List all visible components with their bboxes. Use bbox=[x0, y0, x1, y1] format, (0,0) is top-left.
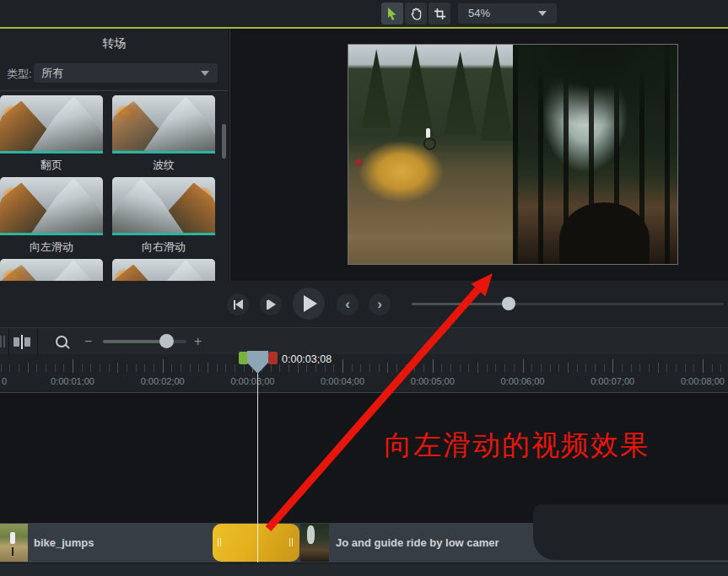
ruler-tick bbox=[504, 364, 505, 372]
seek-slider-handle[interactable] bbox=[502, 297, 515, 310]
ruler-label: 0:00:03;00 bbox=[230, 376, 274, 386]
transitions-panel: 转场 类型: 所有 翻页 波纹 向左滑动 bbox=[0, 29, 229, 281]
transition-label: 波纹 bbox=[112, 153, 215, 173]
ruler-label: 0:00:07;00 bbox=[590, 376, 634, 386]
annotation-text: 向左滑动的视频效果 bbox=[384, 427, 650, 465]
ruler-tick bbox=[423, 364, 424, 372]
ruler-tick bbox=[117, 363, 118, 373]
ruler-tick bbox=[144, 364, 145, 372]
ruler-tick bbox=[568, 363, 569, 373]
video-preview-frame bbox=[348, 44, 678, 265]
ruler-tick bbox=[279, 364, 280, 372]
ruler-tick bbox=[19, 364, 19, 372]
ruler-tick bbox=[190, 364, 191, 372]
ruler-tick bbox=[9, 364, 10, 372]
trim-handle-left-icon[interactable] bbox=[218, 538, 223, 546]
ruler-tick bbox=[163, 359, 164, 373]
type-filter-label: 类型: bbox=[7, 67, 32, 82]
transition-card-slide-left[interactable]: 向左滑动 bbox=[0, 177, 103, 255]
transition-label: 向右滑动 bbox=[112, 235, 215, 255]
clip-name-jo-ride: Jo and guide ride by low camer bbox=[336, 523, 499, 563]
seek-slider[interactable] bbox=[412, 303, 724, 305]
transition-label: 向左滑动 bbox=[0, 235, 103, 255]
previous-clip-button[interactable]: ‹ bbox=[337, 293, 359, 315]
ruler-tick bbox=[649, 364, 650, 372]
chevron-left-icon: ‹ bbox=[345, 297, 350, 311]
timeline-zoom-slider[interactable] bbox=[103, 340, 186, 343]
ruler-tick bbox=[154, 364, 154, 372]
transition-thumbnail bbox=[0, 177, 103, 233]
panel-title: 转场 bbox=[0, 36, 229, 51]
ruler-tick bbox=[369, 364, 370, 372]
hand-icon bbox=[410, 8, 423, 20]
ruler-tick bbox=[703, 359, 704, 373]
ruler-tick bbox=[406, 364, 407, 372]
cursor-icon bbox=[386, 7, 399, 20]
pan-tool-button[interactable] bbox=[405, 3, 427, 24]
ruler-tick bbox=[658, 363, 659, 373]
ruler-tick bbox=[622, 364, 623, 372]
ruler-tick bbox=[514, 364, 515, 372]
ruler-label: 0:00:05;00 bbox=[411, 376, 455, 386]
ruler-tick bbox=[289, 364, 289, 372]
transition-thumbnail bbox=[0, 95, 103, 151]
ruler-tick bbox=[639, 364, 640, 372]
play-icon bbox=[304, 295, 317, 312]
ruler-tick bbox=[460, 364, 461, 372]
ruler-tick bbox=[109, 364, 110, 372]
crop-tool-button[interactable] bbox=[429, 3, 450, 24]
transition-clip-slide-left[interactable] bbox=[213, 524, 299, 562]
ruler-tick bbox=[325, 364, 326, 372]
transition-card-partial[interactable] bbox=[0, 259, 103, 281]
panel-scrollbar[interactable] bbox=[222, 124, 226, 159]
transition-thumbnail bbox=[112, 177, 215, 233]
transition-card-ripple[interactable]: 波纹 bbox=[112, 95, 215, 173]
selection-out-handle[interactable] bbox=[268, 352, 278, 364]
seek-slider-fill bbox=[412, 303, 509, 305]
transition-card-page-turn[interactable]: 翻页 bbox=[0, 95, 103, 173]
step-back-button[interactable] bbox=[227, 293, 249, 315]
magnifier-icon[interactable] bbox=[56, 336, 67, 347]
playhead-handle[interactable] bbox=[247, 351, 268, 374]
zoom-level-select[interactable]: 54% bbox=[458, 3, 557, 24]
timeline-zoom-handle[interactable] bbox=[159, 334, 174, 348]
ruler-tick bbox=[396, 364, 397, 372]
transition-card-partial[interactable] bbox=[112, 259, 215, 281]
timeline-toolbar: − + bbox=[0, 327, 728, 354]
preview-clip-left bbox=[348, 45, 513, 264]
zoom-in-button[interactable]: + bbox=[194, 334, 202, 349]
ruler-tick bbox=[685, 364, 686, 372]
ruler-tick bbox=[666, 364, 667, 372]
timeline-body: 向左滑动的视频效果 bike_jumps Jo and guide ride b… bbox=[0, 393, 728, 576]
media-track[interactable]: bike_jumps Jo and guide ride by low came… bbox=[0, 523, 728, 563]
timeline-zoom-fill bbox=[103, 340, 166, 343]
ruler-tick bbox=[171, 364, 172, 372]
type-filter-select[interactable]: 所有 bbox=[34, 63, 218, 83]
chevron-down-icon bbox=[201, 71, 209, 76]
ruler-tick bbox=[217, 364, 218, 372]
ruler-label: 0:00:01;00 bbox=[51, 376, 94, 386]
ruler-tick bbox=[531, 364, 532, 372]
ruler-tick bbox=[90, 364, 91, 372]
transition-card-slide-right[interactable]: 向右滑动 bbox=[112, 177, 215, 255]
next-clip-button[interactable]: › bbox=[369, 293, 391, 315]
ruler-tick bbox=[414, 364, 415, 372]
step-forward-button[interactable] bbox=[260, 293, 282, 315]
zoom-out-button[interactable]: − bbox=[84, 334, 92, 349]
trim-handle-right-icon[interactable] bbox=[289, 538, 294, 546]
split-tool-button[interactable] bbox=[11, 331, 33, 352]
ruler-tick bbox=[360, 364, 361, 372]
play-button[interactable] bbox=[293, 288, 325, 320]
ruler-tick bbox=[676, 364, 677, 372]
preview-clip-right bbox=[513, 45, 677, 264]
ruler-tick bbox=[604, 364, 605, 372]
playhead-line[interactable] bbox=[257, 374, 258, 563]
cursor-tool-button[interactable] bbox=[381, 3, 403, 24]
track-options-icon[interactable] bbox=[0, 336, 6, 347]
selection-in-handle[interactable] bbox=[239, 352, 248, 364]
clip-thumbnail-jo-ride bbox=[300, 524, 329, 562]
timeline-ruler[interactable]: 00:00:01;000:00:02;000:00:03;000:00:04;0… bbox=[0, 354, 728, 393]
biker-figure bbox=[355, 159, 363, 166]
chevron-down-icon bbox=[538, 11, 547, 16]
ruler-tick bbox=[577, 364, 578, 372]
